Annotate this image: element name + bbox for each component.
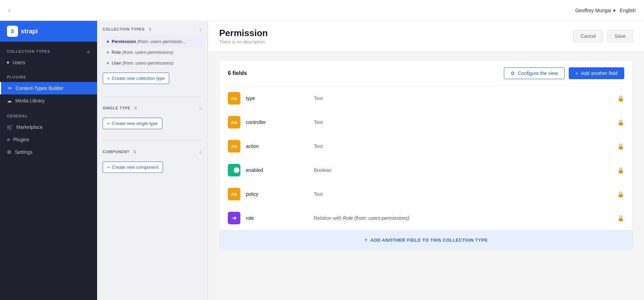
field-icon-action: Ab <box>228 140 240 152</box>
gear-icon: ⚙ <box>7 149 11 155</box>
add-another-field-label: Add another field <box>581 70 618 76</box>
boolean-toggle-icon <box>228 166 240 174</box>
field-icon-policy: Ab <box>228 188 240 200</box>
fields-count: 6 fields <box>228 70 247 76</box>
strapi-logo: S strapi <box>7 26 38 37</box>
field-type-controller: Text <box>314 119 612 125</box>
sidebar-item-content-types-builder[interactable]: ✏ Content-Types Builder <box>0 82 97 94</box>
marketplace-icon: 🛒 <box>7 124 13 130</box>
user-dot-icon <box>107 62 109 64</box>
user-dropdown[interactable]: Geoffrey Mungai ▾ <box>575 8 616 13</box>
field-row-role: role Relation with Role (from: users-per… <box>220 206 633 230</box>
field-row-policy: Ab policy Text 🔒 <box>220 182 633 206</box>
chevron-down-icon: ▾ <box>613 8 616 13</box>
add-field-footer[interactable]: + ADD ANOTHER FIELD TO THIS COLLECTION T… <box>220 230 633 249</box>
collection-types-search-icon[interactable]: ⌕ <box>87 49 90 54</box>
create-new-single-type-label: Create new single type <box>112 121 158 126</box>
sidebar-item-plugins[interactable]: ≡ Plugins <box>0 133 97 146</box>
lock-icon-role: 🔒 <box>617 215 624 222</box>
middle-component-count: 0 <box>134 150 136 154</box>
lock-icon-type: 🔒 <box>617 95 624 102</box>
permission-name: Permission (from: users-permissio... <box>112 39 186 44</box>
sidebar-item-marketplace-label: Marketplace <box>16 124 43 130</box>
field-row-controller: Ab controller Text 🔒 <box>220 110 633 134</box>
sidebar-item-users-label: Users <box>12 60 25 65</box>
sidebar-item-content-types-builder-label: Content-Types Builder <box>16 85 64 91</box>
middle-component-section: COMPONENT 0 ⌕ + Create new component <box>97 143 208 181</box>
strapi-logo-icon: S <box>7 26 18 37</box>
plus-icon-single: + <box>107 121 110 126</box>
plus-icon-component: + <box>107 165 110 170</box>
field-row-action: Ab action Text 🔒 <box>220 134 633 158</box>
component-search-icon[interactable]: ⌕ <box>199 149 202 155</box>
sidebar-item-media-library[interactable]: ☁ Media Library <box>0 94 97 107</box>
sidebar-item-settings[interactable]: ⚙ Settings <box>0 146 97 158</box>
middle-collection-types-count: 3 <box>149 27 151 31</box>
configure-view-icon: ⚙ <box>510 70 515 76</box>
field-row-enabled: enabled Boolean 🔒 <box>220 158 633 182</box>
field-name-role: role <box>246 215 308 221</box>
sidebar-section-general: GENERAL <box>0 107 97 121</box>
divider-2 <box>103 140 202 141</box>
strapi-logo-text: strapi <box>21 28 38 35</box>
create-new-component-button[interactable]: + Create new component <box>103 161 163 173</box>
content-header: Permission There is no description Cance… <box>208 21 644 52</box>
field-row-type: Ab type Text 🔒 <box>220 86 633 110</box>
middle-component-label: COMPONENT <box>103 150 129 154</box>
sidebar: S strapi COLLECTION TYPES ⌕ Users PLUGIN… <box>0 21 97 300</box>
collection-item-permission[interactable]: Permission (from: users-permissio... <box>103 36 202 47</box>
field-type-action: Text <box>314 143 612 149</box>
cancel-button[interactable]: Cancel <box>573 30 603 42</box>
permission-dot-icon <box>107 41 109 43</box>
save-button[interactable]: Save <box>607 30 633 42</box>
single-type-search-icon[interactable]: ⌕ <box>199 105 202 111</box>
user-name: Geoffrey Mungai <box>575 8 611 13</box>
create-new-collection-type-button[interactable]: + Create new collection type <box>103 73 169 84</box>
lock-icon-enabled: 🔒 <box>617 167 624 174</box>
middle-panel: COLLECTION TYPES 3 ⌕ Permission (from: u… <box>97 21 208 300</box>
field-type-policy: Text <box>314 191 612 197</box>
add-field-footer-label: ADD ANOTHER FIELD TO THIS COLLECTION TYP… <box>370 238 488 243</box>
lock-icon-policy: 🔒 <box>617 191 624 198</box>
sidebar-header: S strapi <box>0 21 97 42</box>
sidebar-item-plugins-label: Plugins <box>13 137 29 142</box>
plugins-icon: ≡ <box>7 137 10 142</box>
field-name-enabled: enabled <box>246 167 308 173</box>
collection-item-role[interactable]: Role (from: users-permissions) <box>103 47 202 58</box>
divider-1 <box>103 97 202 97</box>
middle-collection-types-label: COLLECTION TYPES <box>103 27 145 31</box>
configure-view-button[interactable]: ⚙ Configure the view <box>504 67 565 79</box>
field-icon-controller: Ab <box>228 116 240 128</box>
middle-single-type-label: SINGLE TYPE <box>103 106 130 110</box>
page-subtitle: There is no description <box>219 39 268 44</box>
page-title: Permission <box>219 28 268 39</box>
sidebar-item-users[interactable]: Users <box>0 57 97 68</box>
users-dot-icon <box>7 61 9 64</box>
back-button[interactable]: ‹ <box>8 7 10 14</box>
middle-collection-types-section: COLLECTION TYPES 3 ⌕ Permission (from: u… <box>97 21 208 94</box>
role-name: Role (from: users-permissions) <box>112 50 173 55</box>
fields-card: 6 fields ⚙ Configure the view + Add anot… <box>219 60 633 250</box>
field-type-enabled: Boolean <box>314 167 612 173</box>
pencil-icon: ✏ <box>8 85 12 91</box>
plus-icon-footer: + <box>364 237 368 243</box>
collection-types-middle-search-icon[interactable]: ⌕ <box>199 26 202 32</box>
field-name-policy: policy <box>246 191 308 197</box>
add-another-field-button[interactable]: + Add another field <box>569 67 624 79</box>
sidebar-item-marketplace[interactable]: 🛒 Marketplace <box>0 121 97 133</box>
field-name-type: type <box>246 95 308 101</box>
field-name-controller: controller <box>246 119 308 125</box>
sidebar-section-plugins: PLUGINS <box>0 68 97 82</box>
create-new-component-label: Create new component <box>112 165 158 170</box>
configure-view-label: Configure the view <box>518 70 558 76</box>
lock-icon-controller: 🔒 <box>617 119 624 126</box>
collection-item-user[interactable]: User (from: users-permissions) <box>103 58 202 68</box>
middle-single-type-count: 0 <box>135 106 137 110</box>
plus-icon: + <box>107 76 110 81</box>
field-name-action: action <box>246 143 308 149</box>
field-icon-enabled <box>228 164 240 176</box>
create-new-single-type-button[interactable]: + Create new single type <box>103 118 162 129</box>
create-new-collection-type-label: Create new collection type <box>112 76 165 81</box>
cloud-icon: ☁ <box>7 98 12 103</box>
main-content: Permission There is no description Cance… <box>208 21 644 300</box>
